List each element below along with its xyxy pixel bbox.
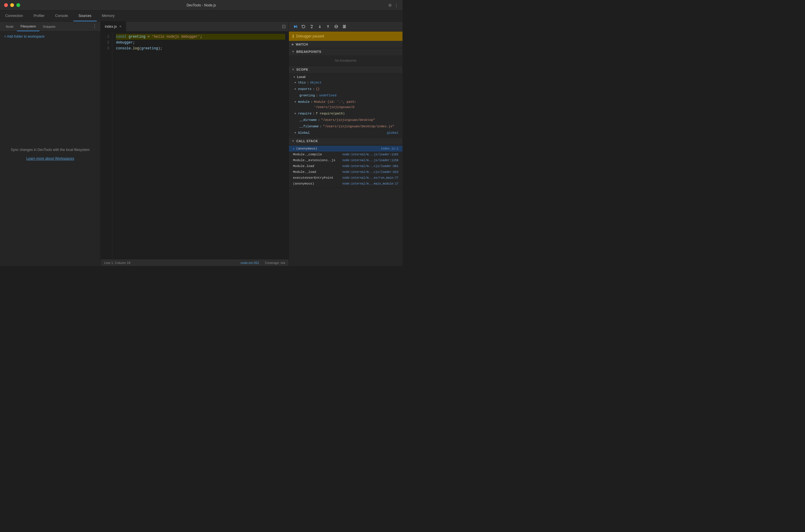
code-line-2: debugger; [116, 40, 285, 45]
main-layout: Node Filesystem Snippets ⋮ + Add folder … [0, 22, 402, 266]
watch-chevron: ▶ [292, 43, 294, 46]
debug-step-over-button[interactable] [308, 23, 315, 30]
code-line-3: console.log(greeting); [116, 45, 285, 51]
svg-line-4 [312, 28, 313, 28]
scope-item-global[interactable]: ▶ Global global [289, 130, 402, 136]
breakpoints-section-header[interactable]: ▼ Breakpoints [289, 48, 402, 55]
exports-expand-icon: ▶ [295, 87, 296, 92]
call-stack-dot-0: ● [293, 148, 295, 150]
call-stack-item-0[interactable]: ● (anonymous) index.js:1 [289, 146, 402, 152]
debug-pause-exceptions-button[interactable] [341, 23, 348, 30]
traffic-light-yellow[interactable] [10, 3, 14, 7]
call-stack-section-header[interactable]: ▼ Call Stack [289, 137, 402, 145]
debug-step-into-button[interactable] [316, 23, 323, 30]
watch-section: ▶ Watch [289, 41, 402, 48]
code-line-1: const greeting = 'hello nodejs debugger'… [116, 34, 285, 40]
scope-label: Scope [296, 68, 308, 71]
title-bar: DevTools - Node.js ⚙ ⋮ [0, 0, 402, 11]
more-options-icon[interactable]: ⋮ [394, 3, 398, 7]
call-stack-item-2[interactable]: Module._extensions..js node:internal/m..… [289, 157, 402, 163]
call-stack-item-1[interactable]: Module._compile node:internal/m...js/loa… [289, 152, 402, 157]
editor-tab-bar: index.js ✕ ⊡ [101, 22, 288, 32]
editor-tab-index-js[interactable]: index.js ✕ [101, 22, 126, 31]
scope-local-label[interactable]: ▼ Local [289, 74, 402, 79]
left-panel: Node Filesystem Snippets ⋮ + Add folder … [0, 22, 101, 266]
call-stack-item-3[interactable]: Module.load node:internal/m...cjs/loader… [289, 163, 402, 169]
scope-item-exports[interactable]: ▶ exports : {} [289, 86, 402, 92]
tab-filesystem[interactable]: Filesystem [17, 22, 39, 31]
code-editor[interactable]: const greeting = 'hello nodejs debugger'… [112, 32, 288, 259]
nav-item-console[interactable]: Console [50, 11, 73, 21]
nav-item-memory[interactable]: Memory [97, 11, 120, 21]
global-expand-icon: ▶ [295, 130, 296, 135]
nav-item-sources[interactable]: Sources [73, 11, 97, 21]
debug-reload-button[interactable] [300, 23, 307, 30]
line-number-3: 3 [101, 45, 109, 51]
add-folder-button[interactable]: + Add folder to workspace [0, 32, 100, 41]
no-breakpoints-text: No breakpoints [289, 56, 402, 64]
title-bar-right: ⚙ ⋮ [388, 3, 402, 7]
call-stack-item-6[interactable]: (anonymous) node:internal/m...main_modul… [289, 181, 402, 187]
editor-area: 1 2 3 const greeting = 'hello nodejs deb… [101, 32, 288, 259]
debugger-toolbar [289, 22, 402, 32]
coverage-status: Coverage: n/a [265, 261, 285, 265]
watch-section-header[interactable]: ▶ Watch [289, 41, 402, 48]
vm-ref[interactable]: node:vm:352 [240, 261, 259, 265]
call-stack-item-5[interactable]: executeUserEntryPoint node:internal/m...… [289, 175, 402, 181]
scope-item-dirname[interactable]: __dirname : "/Users/jinjingxuan/Desktop" [289, 117, 402, 123]
tab-node[interactable]: Node [2, 22, 17, 31]
scope-item-filename[interactable]: __filename : "/Users/jinjingxuan/Desktop… [289, 123, 402, 130]
svg-marker-0 [294, 25, 297, 28]
debug-resume-button[interactable] [292, 23, 299, 30]
scope-item-module[interactable]: ▶ module : Module {id: '.', path: '/User… [289, 99, 402, 110]
line-numbers: 1 2 3 [101, 32, 112, 259]
require-expand-icon: ▶ [295, 111, 296, 116]
breakpoints-content: No breakpoints [289, 55, 402, 66]
debug-deactivate-button[interactable] [333, 23, 340, 30]
scope-content: ▼ Local ▶ this : Object ▶ exports : {} [289, 73, 402, 137]
call-stack-label: Call Stack [296, 139, 318, 143]
center-panel: index.js ✕ ⊡ 1 2 3 const greeting = 'hel… [101, 22, 288, 266]
svg-rect-9 [343, 25, 344, 28]
call-stack-section: ▼ Call Stack ● (anonymous) index.js:1 Mo… [289, 137, 402, 188]
scope-section-header[interactable]: ▼ Scope [289, 66, 402, 73]
line-number-2: 2 [101, 40, 109, 45]
scope-item-greeting[interactable]: greeting : undefined [289, 92, 402, 99]
this-expand-icon: ▶ [295, 80, 296, 85]
call-stack-content: ● (anonymous) index.js:1 Module._compile… [289, 145, 402, 188]
cursor-position: Line 1, Column 18 [104, 261, 130, 265]
breakpoints-chevron: ▼ [292, 50, 295, 53]
workspace-link[interactable]: Learn more about Workspaces [26, 156, 74, 160]
call-stack-item-4[interactable]: Module._load node:internal/m...cjs/loade… [289, 169, 402, 175]
local-expand-icon[interactable]: ▼ [293, 76, 296, 78]
editor-format-icon[interactable]: ⊡ [282, 24, 286, 29]
editor-tab-close-icon[interactable]: ✕ [119, 25, 121, 28]
scope-item-this[interactable]: ▶ this : Object [289, 79, 402, 86]
breakpoints-section: ▼ Breakpoints No breakpoints [289, 48, 402, 66]
line-number-1: 1 [101, 34, 109, 40]
watch-label: Watch [296, 43, 308, 46]
svg-line-3 [311, 28, 312, 28]
left-panel-tabs: Node Filesystem Snippets ⋮ [0, 22, 100, 32]
traffic-light-red[interactable] [4, 3, 8, 7]
svg-rect-10 [345, 25, 345, 28]
editor-status-bar: Line 1, Column 18 node:vm:352 Coverage: … [101, 259, 288, 266]
main-nav: Connection Profiler Console Sources Memo… [0, 11, 402, 22]
window-title: DevTools - Node.js [187, 3, 216, 7]
editor-tab-actions: ⊡ [282, 22, 288, 31]
editor-tab-filename: index.js [105, 24, 117, 28]
add-folder-label: + Add folder to workspace [4, 35, 44, 39]
debugger-paused-banner: ℹ Debugger paused [289, 32, 402, 41]
scope-item-require[interactable]: ▶ require : f require(path) [289, 110, 402, 117]
nav-item-profiler[interactable]: Profiler [28, 11, 50, 21]
debug-step-out-button[interactable] [324, 23, 332, 30]
traffic-light-green[interactable] [16, 3, 20, 7]
settings-icon[interactable]: ⚙ [388, 3, 392, 7]
workspace-info-text: Sync changes in DevTools with the local … [11, 147, 90, 152]
panel-tab-more-icon[interactable]: ⋮ [91, 22, 98, 31]
nav-item-connection[interactable]: Connection [0, 11, 28, 21]
right-panel: ℹ Debugger paused ▶ Watch ▼ Breakpoints … [288, 22, 402, 266]
tab-snippets[interactable]: Snippets [39, 22, 59, 31]
info-icon: ℹ [293, 34, 294, 39]
module-expand-icon: ▶ [295, 99, 296, 110]
